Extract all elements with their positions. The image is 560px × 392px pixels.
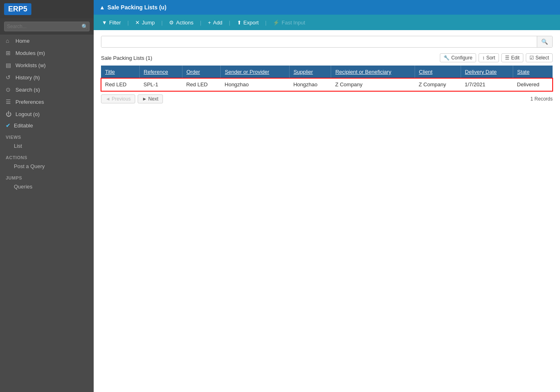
toolbar: ▼ Filter | ✕ Jump | ⚙ Actions | + Add | … (94, 15, 560, 30)
actions-icon: ⚙ (169, 20, 174, 26)
col-reference[interactable]: Reference (139, 66, 182, 78)
sidebar-item-history[interactable]: ↺ History (h) (0, 71, 94, 83)
list-header-row: Sale Packing Lists (1) 🔧 Configure ↕ Sor… (101, 53, 553, 62)
page-buttons: ◄ Previous ► Next (101, 94, 163, 103)
fast-input-button[interactable]: ⚡ Fast Input (269, 18, 309, 28)
sep5: | (265, 20, 266, 26)
edit-button[interactable]: ☰ Edit (501, 53, 523, 62)
sidebar-label-home: Home (15, 38, 30, 44)
list-actions: 🔧 Configure ↕ Sort ☰ Edit ☑ Select (440, 53, 553, 62)
home-icon: ⌂ (6, 37, 12, 44)
sort-icon: ↕ (482, 55, 485, 61)
add-button[interactable]: + Add (204, 18, 226, 28)
preferences-icon: ☰ (6, 99, 12, 105)
sidebar-label-preferences: Preferences (15, 99, 44, 105)
cell-recipient-beneficiary: Z Company (331, 78, 415, 91)
search-nav-icon: ⊙ (6, 86, 12, 93)
history-icon: ↺ (6, 74, 12, 81)
col-sender-provider[interactable]: Sender or Provider (221, 66, 290, 78)
global-search-button[interactable]: 🔍 (537, 36, 552, 47)
sidebar-item-search[interactable]: ⊙ Search (s) (0, 83, 94, 96)
actions-button[interactable]: ⚙ Actions (165, 18, 198, 28)
sidebar-item-home[interactable]: ⌂ Home (0, 35, 94, 47)
filter-label: Filter (109, 20, 121, 26)
sidebar-search-button[interactable]: 🔍 (81, 24, 88, 30)
editable-label: Editable (14, 123, 33, 129)
topbar: ▲ Sale Packing Lists (u) (94, 0, 560, 15)
edit-label: Edit (511, 55, 520, 61)
configure-button[interactable]: 🔧 Configure (440, 53, 476, 62)
sidebar-item-modules[interactable]: ⊞ Modules (m) (0, 47, 94, 59)
export-label: Export (244, 20, 259, 26)
configure-label: Configure (451, 55, 472, 61)
search-wrapper: 🔍 (4, 22, 90, 31)
sidebar-item-queries[interactable]: Queries (0, 182, 94, 192)
logout-icon: ⏻ (6, 111, 12, 117)
sep4: | (229, 20, 230, 26)
modules-icon: ⊞ (6, 50, 12, 56)
export-icon: ⬆ (237, 20, 242, 26)
table-header: Title Reference Order Sender or Provider… (101, 66, 553, 78)
sidebar-item-preferences[interactable]: ☰ Preferences (0, 96, 94, 108)
select-button[interactable]: ☑ Select (526, 53, 553, 62)
previous-button[interactable]: ◄ Previous (101, 94, 135, 103)
sep1: | (127, 20, 129, 26)
table-row[interactable]: Red LED SPL-1 Red LED Hongzhao Hongzhao … (101, 78, 553, 91)
cell-client: Z Company (415, 78, 461, 91)
topbar-title: Sale Packing Lists (u) (108, 4, 167, 11)
configure-icon: 🔧 (444, 55, 450, 61)
main-content: ▲ Sale Packing Lists (u) ▼ Filter | ✕ Ju… (94, 0, 560, 392)
section-actions-label: ACTIONS (0, 153, 94, 161)
sort-label: Sort (486, 55, 495, 61)
sidebar-search-area: 🔍 (0, 18, 94, 35)
select-label: Select (536, 55, 549, 61)
sidebar-item-list[interactable]: List (0, 141, 94, 151)
cell-sender-provider: Hongzhao (221, 78, 290, 91)
cell-title: Red LED (101, 78, 139, 91)
sidebar-item-logout[interactable]: ⏻ Logout (o) (0, 108, 94, 120)
sidebar-label-logout: Logout (o) (15, 111, 40, 117)
topbar-arrow: ▲ (99, 4, 105, 11)
col-order[interactable]: Order (182, 66, 220, 78)
sep2: | (161, 20, 163, 26)
sidebar-search-input[interactable] (4, 22, 90, 31)
pagination-row: ◄ Previous ► Next 1 Records (101, 94, 553, 103)
select-icon: ☑ (529, 55, 534, 61)
cell-order: Red LED (182, 78, 220, 91)
edit-icon: ☰ (505, 55, 509, 61)
col-supplier[interactable]: Supplier (289, 66, 331, 78)
add-label: Add (213, 20, 222, 26)
cell-supplier: Hongzhao (289, 78, 331, 91)
col-title[interactable]: Title (101, 66, 139, 78)
next-button[interactable]: ► Next (138, 94, 163, 103)
editable-row: ✔ Editable (0, 120, 94, 131)
filter-icon: ▼ (102, 20, 107, 26)
fast-input-icon: ⚡ (273, 20, 279, 26)
col-delivery-date[interactable]: Delivery Date (461, 66, 513, 78)
sort-button[interactable]: ↕ Sort (479, 53, 499, 62)
sidebar-item-worklists[interactable]: ▤ Worklists (w) (0, 59, 94, 71)
sidebar: ERP5 🔍 ⌂ Home ⊞ Modules (m) ▤ Worklists … (0, 0, 94, 392)
cell-delivery-date: 1/7/2021 (461, 78, 513, 91)
sidebar-item-post-query[interactable]: Post a Query (0, 161, 94, 171)
cell-reference: SPL-1 (139, 78, 182, 91)
sep3: | (200, 20, 201, 26)
data-table: Title Reference Order Sender or Provider… (101, 66, 553, 91)
global-search-bar: 🔍 (101, 36, 553, 48)
fast-input-label: Fast Input (281, 20, 305, 26)
col-client[interactable]: Client (415, 66, 461, 78)
actions-label: Actions (176, 20, 193, 26)
col-state[interactable]: State (513, 66, 552, 78)
logo: ERP5 (4, 3, 31, 15)
add-icon: + (208, 20, 211, 26)
checkmark-icon: ✔ (6, 122, 11, 129)
global-search-input[interactable] (101, 36, 537, 47)
section-views-label: VIEWS (0, 132, 94, 141)
sidebar-label-modules: Modules (m) (15, 50, 45, 56)
sidebar-label-history: History (h) (15, 74, 40, 81)
col-recipient-beneficiary[interactable]: Recipient or Beneficiary (331, 66, 415, 78)
filter-button[interactable]: ▼ Filter (98, 18, 125, 28)
export-button[interactable]: ⬆ Export (233, 18, 263, 28)
sidebar-label-search: Search (s) (15, 87, 40, 93)
jump-button[interactable]: ✕ Jump (131, 18, 159, 28)
